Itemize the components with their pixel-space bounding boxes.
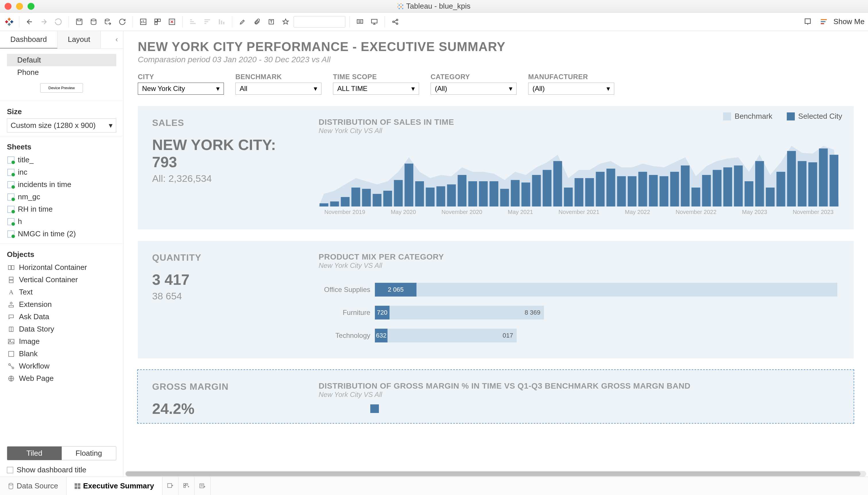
tab-layout[interactable]: Layout — [58, 31, 101, 49]
sales-chart[interactable] — [318, 143, 839, 206]
svg-rect-88 — [776, 172, 785, 206]
svg-rect-65 — [532, 175, 541, 206]
object-item[interactable]: Web Page — [7, 372, 116, 385]
object-item[interactable]: Image — [7, 335, 116, 347]
size-select[interactable]: Custom size (1280 x 900)▾ — [7, 118, 116, 133]
sheet-item[interactable]: h — [7, 216, 116, 228]
object-item[interactable]: Horizontal Container — [7, 261, 116, 274]
refresh-button[interactable] — [116, 16, 129, 28]
object-item-label: Vertical Container — [19, 275, 78, 284]
device-phone[interactable]: Phone — [7, 66, 116, 79]
new-dashboard-tab-button[interactable] — [179, 477, 195, 495]
search-input[interactable] — [294, 16, 345, 28]
auto-update-button[interactable] — [102, 16, 114, 28]
svg-point-40 — [10, 340, 11, 341]
device-preview-button[interactable]: Device Preview — [40, 83, 83, 92]
object-icon — [7, 363, 15, 370]
close-window-button[interactable] — [4, 3, 12, 10]
sheet-item[interactable]: inc — [7, 166, 116, 178]
guide-button[interactable] — [801, 16, 814, 28]
sheet-item[interactable]: title_ — [7, 154, 116, 166]
object-icon — [7, 265, 15, 270]
presentation-button[interactable] — [368, 16, 381, 28]
new-worksheet-button[interactable] — [137, 16, 150, 28]
show-title-checkbox[interactable] — [7, 467, 13, 473]
worksheet-icon — [7, 206, 14, 213]
object-item[interactable]: Blank — [7, 347, 116, 360]
horizontal-scrollbar[interactable] — [125, 471, 866, 477]
showme-icon[interactable] — [818, 16, 830, 28]
undo-button[interactable] — [23, 16, 36, 28]
object-item[interactable]: Extension — [7, 298, 116, 311]
active-sheet-tab[interactable]: Executive Summary — [67, 477, 162, 495]
fullscreen-window-button[interactable] — [28, 3, 34, 10]
x-tick-label: November 2019 — [324, 209, 365, 216]
object-item-label: Image — [19, 337, 39, 346]
filter-select-benchmark[interactable]: All▾ — [235, 83, 322, 95]
filter-select-category[interactable]: (All)▾ — [430, 83, 517, 95]
showme-button[interactable]: Show Me — [834, 17, 865, 26]
sheet-item[interactable]: NMGC in time (2) — [7, 228, 116, 240]
dashboard-canvas[interactable]: NEW YORK CITY PERFORMANCE - EXECUTIVE SU… — [124, 31, 868, 477]
svg-rect-61 — [490, 181, 498, 206]
object-item[interactable]: Data Story — [7, 323, 116, 335]
share-button[interactable] — [389, 16, 402, 28]
object-item[interactable]: Workflow — [7, 360, 116, 372]
sheet-item-label: h — [18, 217, 22, 226]
quantity-chart[interactable]: Office Supplies2 065Furniture8 369720Tec… — [318, 278, 839, 347]
hbar-selected: 632 — [375, 329, 388, 342]
filter-select-manufacturer[interactable]: (All)▾ — [528, 83, 614, 95]
revert-button[interactable] — [52, 16, 65, 28]
sort-desc-button[interactable] — [201, 16, 214, 28]
quantity-chart-sub: New York City VS All — [318, 261, 839, 270]
filter-select-city[interactable]: New York City▾ — [138, 83, 224, 95]
clear-worksheet-button[interactable] — [151, 16, 164, 28]
floating-button[interactable]: Floating — [62, 446, 116, 460]
tab-dashboard[interactable]: Dashboard — [0, 31, 58, 49]
object-item[interactable]: AText — [7, 286, 116, 298]
device-default[interactable]: Default — [7, 54, 116, 66]
totals-button[interactable] — [215, 16, 228, 28]
collapse-sidebar-icon[interactable]: ‹ — [110, 31, 123, 49]
sort-asc-button[interactable] — [186, 16, 199, 28]
sheet-item-label: inc — [18, 168, 27, 177]
data-source-tab[interactable]: Data Source — [0, 477, 67, 495]
chevron-down-icon: ▾ — [314, 85, 317, 92]
margin-card[interactable]: GROSS MARGIN 24.2% DISTRIBUTION OF GROSS… — [138, 370, 854, 423]
object-item[interactable]: Vertical Container — [7, 274, 116, 286]
tiled-button[interactable]: Tiled — [7, 446, 62, 460]
svg-point-10 — [105, 19, 109, 21]
svg-rect-36 — [12, 266, 14, 270]
attach-button[interactable] — [250, 16, 263, 28]
object-item-label: Text — [19, 288, 33, 296]
margin-value: 24.2% — [152, 400, 301, 417]
save-button[interactable] — [73, 16, 85, 28]
svg-rect-21 — [204, 23, 207, 24]
toolbar: Show Me — [0, 13, 868, 31]
star-button[interactable] — [279, 16, 292, 28]
chevron-down-icon: ▾ — [509, 85, 512, 92]
window-title: Tableau - blue_kpis — [397, 2, 471, 11]
tableau-icon — [397, 3, 403, 9]
sheet-item[interactable]: nm_gc — [7, 191, 116, 203]
new-story-tab-button[interactable] — [195, 477, 211, 495]
new-data-source-button[interactable] — [87, 16, 100, 28]
new-worksheet-tab-button[interactable] — [162, 477, 179, 495]
minimize-window-button[interactable] — [16, 3, 23, 10]
svg-rect-34 — [821, 23, 824, 24]
text-button[interactable] — [265, 16, 278, 28]
tableau-logo-icon[interactable] — [3, 16, 15, 28]
highlight-button[interactable] — [236, 16, 249, 28]
svg-rect-89 — [787, 151, 796, 206]
sheet-item[interactable]: RH in time — [7, 203, 116, 216]
swap-button[interactable] — [166, 16, 178, 28]
fit-button[interactable] — [354, 16, 366, 28]
object-icon — [7, 351, 15, 357]
object-item[interactable]: Ask Data — [7, 311, 116, 323]
redo-button[interactable] — [38, 16, 50, 28]
sheet-item[interactable]: incidents in time — [7, 178, 116, 191]
svg-rect-54 — [415, 181, 424, 206]
filter-select-time-scope[interactable]: ALL TIME▾ — [333, 83, 419, 95]
svg-rect-49 — [362, 189, 371, 206]
sheets-label: Sheets — [7, 142, 116, 151]
